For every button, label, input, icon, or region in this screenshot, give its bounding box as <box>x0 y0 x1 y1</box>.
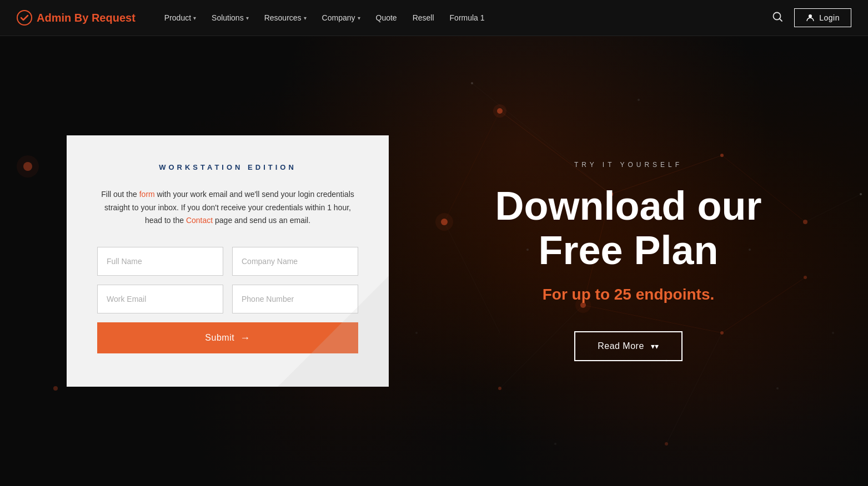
nav-links: Product ▾ Solutions ▾ Resources ▾ Compan… <box>158 9 770 27</box>
nav-quote[interactable]: Quote <box>369 9 404 27</box>
form-row-1 <box>97 247 358 276</box>
read-more-button[interactable]: Read More ▾▾ <box>574 331 683 361</box>
phone-number-field[interactable] <box>232 285 358 313</box>
logo-icon <box>17 10 32 26</box>
form-panel: WORKSTATION EDITION Fill out the form wi… <box>67 135 389 387</box>
form-edition-label: WORKSTATION EDITION <box>97 163 358 171</box>
hero-section: TRY IT YOURSELF Download our Free Plan F… <box>389 161 868 361</box>
form-link[interactable]: form <box>139 190 155 199</box>
search-icon[interactable] <box>770 9 785 27</box>
nav-resources[interactable]: Resources ▾ <box>258 9 313 27</box>
nav-product[interactable]: Product ▾ <box>158 9 203 27</box>
submit-button[interactable]: Submit → <box>97 322 358 353</box>
resources-chevron-icon: ▾ <box>304 15 307 21</box>
product-chevron-icon: ▾ <box>193 15 196 21</box>
hero-subtitle: For up to 25 endpoints. <box>543 286 715 303</box>
hero-title: Download our Free Plan <box>495 184 762 272</box>
form-description: Fill out the form with your work email a… <box>97 188 358 227</box>
nav-formula1[interactable]: Formula 1 <box>443 9 491 27</box>
company-chevron-icon: ▾ <box>358 15 360 21</box>
contact-link[interactable]: Contact <box>186 216 213 225</box>
nav-resell[interactable]: Resell <box>406 9 441 27</box>
solutions-chevron-icon: ▾ <box>246 15 249 21</box>
chevron-down-icon: ▾▾ <box>651 342 659 351</box>
main-content: WORKSTATION EDITION Fill out the form wi… <box>0 36 868 486</box>
try-label: TRY IT YOURSELF <box>574 161 683 169</box>
login-button[interactable]: Login <box>794 8 851 27</box>
arrow-right-icon: → <box>240 332 250 344</box>
svg-line-41 <box>780 18 782 21</box>
form-row-2 <box>97 285 358 313</box>
full-name-field[interactable] <box>97 247 223 276</box>
user-icon <box>806 13 815 22</box>
svg-point-42 <box>809 14 812 18</box>
nav-right: Login <box>770 8 851 27</box>
company-name-field[interactable] <box>232 247 358 276</box>
logo[interactable]: Admin By Request <box>17 10 136 26</box>
nav-company[interactable]: Company ▾ <box>315 9 367 27</box>
nav-solutions[interactable]: Solutions ▾ <box>205 9 255 27</box>
svg-point-39 <box>17 11 32 25</box>
navbar: Admin By Request Product ▾ Solutions ▾ R… <box>0 0 868 36</box>
work-email-field[interactable] <box>97 285 223 313</box>
